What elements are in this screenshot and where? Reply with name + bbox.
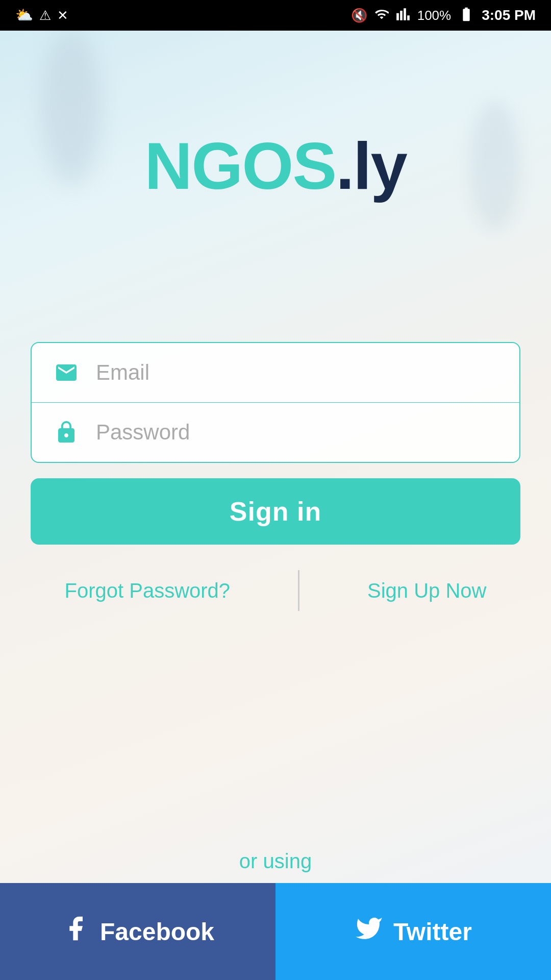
main-content: NGOS.ly — [0, 31, 551, 980]
status-time: 3:05 PM — [482, 7, 536, 23]
logo-suffix: .ly — [336, 129, 407, 203]
sign-in-button[interactable]: Sign in — [31, 478, 520, 545]
status-right-icons: 🔇 100% 3:05 PM — [351, 6, 536, 25]
password-input[interactable] — [96, 420, 499, 445]
facebook-label: Facebook — [100, 918, 214, 946]
warning-icon: ⚠ — [39, 9, 51, 22]
twitter-icon — [355, 914, 383, 949]
sign-up-link[interactable]: Sign Up Now — [367, 579, 486, 602]
status-left-icons: ⛅ ⚠ ✕ — [15, 8, 68, 22]
or-using-label: or using — [0, 850, 551, 873]
email-row — [32, 343, 519, 403]
twitter-login-button[interactable]: Twitter — [276, 883, 551, 980]
logo-brand: NGOS — [144, 129, 336, 203]
twitter-label: Twitter — [393, 918, 472, 946]
app-logo: NGOS.ly — [144, 133, 406, 199]
battery-percentage: 100% — [417, 8, 452, 23]
links-divider — [298, 570, 299, 611]
close-icon: ✕ — [57, 9, 68, 22]
battery-icon — [458, 6, 474, 25]
facebook-icon — [61, 914, 90, 949]
signal-icon — [396, 7, 410, 23]
weather-icon: ⛅ — [15, 8, 33, 22]
logo-area: NGOS.ly — [144, 133, 406, 199]
email-input[interactable] — [96, 360, 499, 385]
social-bar: Facebook Twitter — [0, 883, 551, 980]
mute-icon: 🔇 — [351, 9, 367, 22]
wifi-icon — [374, 7, 389, 23]
facebook-login-button[interactable]: Facebook — [0, 883, 276, 980]
links-row: Forgot Password? Sign Up Now — [31, 570, 520, 611]
password-row — [32, 403, 519, 462]
status-bar: ⛅ ⚠ ✕ 🔇 100% 3:05 PM — [0, 0, 551, 31]
login-form: Sign in Forgot Password? Sign Up Now — [31, 342, 520, 611]
input-group — [31, 342, 520, 463]
password-icon — [52, 418, 81, 447]
email-icon — [52, 358, 81, 387]
forgot-password-link[interactable]: Forgot Password? — [64, 579, 230, 602]
